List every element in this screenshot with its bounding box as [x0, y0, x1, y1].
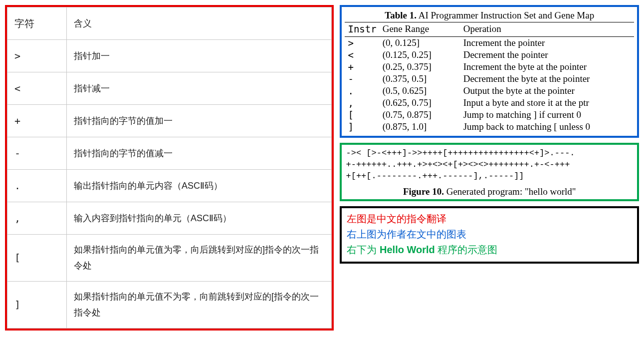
generated-program-caption-rest: Generated program: "hello world"	[444, 186, 576, 197]
left-cell-symbol: ,	[7, 202, 67, 235]
chinese-instruction-table: 字符 含义 >指针加一<指针减一+指针指向的字节的值加一-指针指向的字节的值减一…	[7, 7, 332, 329]
table-row: ]如果指针指向的单元值不为零，向前跳转到对应的[指令的次一指令处	[7, 281, 332, 328]
left-cell-symbol: -	[7, 137, 67, 170]
table-row: ,(0.625, 0.75]Input a byte and store it …	[345, 97, 634, 109]
gene-cell-instr: ]	[345, 121, 379, 133]
gene-cell-range: (0.875, 1.0]	[380, 121, 460, 133]
gene-cell-range: (0, 0.125]	[380, 37, 460, 49]
gene-cell-op: Decrement the byte at the pointer	[460, 73, 634, 85]
gene-cell-op: Output the byte at the pointer	[460, 85, 634, 97]
left-cell-symbol: <	[7, 72, 67, 105]
table-row: [如果指针指向的单元值为零，向后跳转到对应的]指令的次一指令处	[7, 235, 332, 282]
legend-panel: 左图是中文的指令翻译 右上图为作者在文中的图表 右下为 Hello World …	[340, 206, 639, 264]
table-row: +指针指向的字节的值加一	[7, 105, 332, 137]
gene-cell-range: (0.5, 0.625]	[380, 85, 460, 97]
left-cell-meaning: 指针指向的字节的值减一	[67, 137, 332, 170]
left-cell-meaning: 如果指针指向的单元值不为零，向前跳转到对应的[指令的次一指令处	[67, 281, 332, 328]
left-header-symbol: 字符	[7, 7, 67, 40]
table-row: ](0.875, 1.0]Jump back to matching [ unl…	[345, 121, 634, 133]
legend-green-helloworld: Hello World	[380, 244, 435, 255]
generated-program-caption: Figure 10. Generated program: "hello wor…	[346, 182, 633, 197]
gene-cell-instr: .	[345, 85, 379, 97]
left-cell-meaning: 指针减一	[67, 72, 332, 105]
gene-cell-op: Increment the pointer	[460, 37, 634, 49]
generated-program-caption-bold: Figure 10.	[403, 186, 444, 197]
table-row: [(0.75, 0.875]Jump to matching ] if curr…	[345, 109, 634, 121]
table-row: .输出指针指向的单元内容（ASCⅡ码）	[7, 170, 332, 202]
gene-cell-op: Input a byte and store it at the ptr	[460, 97, 634, 109]
gene-cell-instr: >	[345, 37, 379, 49]
gene-cell-op: Decrement the pointer	[460, 49, 634, 61]
gene-map-header-instr: Instr	[345, 22, 379, 37]
table-row: .(0.5, 0.625]Output the byte at the poin…	[345, 85, 634, 97]
gene-map-caption-bold: Table 1.	[385, 10, 417, 20]
left-cell-meaning: 输入内容到指针指向的单元（ASCⅡ码）	[67, 202, 332, 235]
left-cell-meaning: 指针加一	[67, 40, 332, 72]
legend-line-green: 右下为 Hello World 程序的示意图	[347, 242, 632, 258]
gene-map-header-op: Operation	[460, 22, 634, 37]
gene-cell-range: (0.25, 0.375]	[380, 61, 460, 73]
generated-program-code: ->< [>-<+++]->>++++[++++++++++++++++<+]>…	[346, 148, 633, 182]
gene-cell-instr: +	[345, 61, 379, 73]
table-row: <(0.125, 0.25]Decrement the pointer	[345, 49, 634, 61]
left-header-meaning: 含义	[67, 7, 332, 40]
gene-map-table: Instr Gene Range Operation >(0, 0.125]In…	[345, 22, 634, 133]
generated-program-panel: ->< [>-<+++]->>++++[++++++++++++++++<+]>…	[340, 143, 639, 201]
left-cell-symbol: .	[7, 170, 67, 202]
table-row: -(0.375, 0.5]Decrement the byte at the p…	[345, 73, 634, 85]
gene-cell-instr: -	[345, 73, 379, 85]
legend-line-blue: 右上图为作者在文中的图表	[347, 227, 632, 242]
table-row: <指针减一	[7, 72, 332, 105]
gene-map-table-panel: Table 1. AI Programmer Instruction Set a…	[340, 5, 639, 138]
left-cell-meaning: 输出指针指向的单元内容（ASCⅡ码）	[67, 170, 332, 202]
left-cell-meaning: 如果指针指向的单元值为零，向后跳转到对应的]指令的次一指令处	[67, 235, 332, 282]
gene-cell-range: (0.375, 0.5]	[380, 73, 460, 85]
gene-cell-op: Jump back to matching [ unless 0	[460, 121, 634, 133]
gene-cell-instr: [	[345, 109, 379, 121]
table-row: ,输入内容到指针指向的单元（ASCⅡ码）	[7, 202, 332, 235]
left-cell-symbol: [	[7, 235, 67, 282]
gene-cell-op: Jump to matching ] if current 0	[460, 109, 634, 121]
left-cell-symbol: >	[7, 40, 67, 72]
gene-cell-instr: <	[345, 49, 379, 61]
gene-cell-op: Increment the byte at the pointer	[460, 61, 634, 73]
gene-cell-range: (0.75, 0.875]	[380, 109, 460, 121]
gene-cell-range: (0.625, 0.75]	[380, 97, 460, 109]
table-row: +(0.25, 0.375]Increment the byte at the …	[345, 61, 634, 73]
gene-cell-instr: ,	[345, 97, 379, 109]
left-cell-symbol: +	[7, 105, 67, 137]
gene-cell-range: (0.125, 0.25]	[380, 49, 460, 61]
gene-map-caption-rest: AI Programmer Instruction Set and Gene M…	[417, 10, 594, 20]
legend-green-pre: 右下为	[347, 244, 380, 255]
gene-map-caption: Table 1. AI Programmer Instruction Set a…	[345, 8, 634, 22]
left-cell-meaning: 指针指向的字节的值加一	[67, 105, 332, 137]
gene-map-header-range: Gene Range	[380, 22, 460, 37]
chinese-instruction-table-panel: 字符 含义 >指针加一<指针减一+指针指向的字节的值加一-指针指向的字节的值减一…	[5, 5, 334, 331]
left-cell-symbol: ]	[7, 281, 67, 328]
table-row: -指针指向的字节的值减一	[7, 137, 332, 170]
legend-line-red: 左图是中文的指令翻译	[347, 211, 632, 227]
table-row: >指针加一	[7, 40, 332, 72]
table-row: >(0, 0.125]Increment the pointer	[345, 37, 634, 49]
legend-green-post: 程序的示意图	[435, 244, 498, 255]
